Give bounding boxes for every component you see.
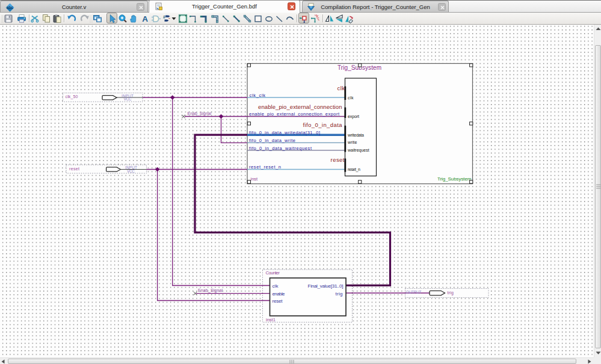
svg-text:Enab_Signal: Enab_Signal xyxy=(198,288,223,293)
svg-text:Final_value[31..0]: Final_value[31..0] xyxy=(308,283,344,289)
svg-text:trig: trig xyxy=(336,291,343,297)
svg-text:Trig_Subsystem: Trig_Subsystem xyxy=(437,176,472,182)
svg-text:fifo_0_in_data_writedata[31..0: fifo_0_in_data_writedata[31..0] xyxy=(249,130,320,135)
svg-text:D: D xyxy=(164,15,166,19)
svg-text:waitrequest: waitrequest xyxy=(347,148,369,153)
svg-text:clk_clk: clk_clk xyxy=(250,93,266,98)
svg-text:fifo_0_in_data: fifo_0_in_data xyxy=(303,122,343,128)
svg-text:reset: reset xyxy=(273,298,283,304)
svg-text:inst: inst xyxy=(251,176,259,182)
svg-text:writedata: writedata xyxy=(347,133,364,137)
svg-text:export: export xyxy=(348,114,359,119)
svg-text:write: write xyxy=(347,140,357,144)
svg-text:clk: clk xyxy=(348,96,354,100)
svg-text:reset: reset xyxy=(331,156,345,163)
svg-text:VCC: VCC xyxy=(127,169,135,173)
svg-text:clk: clk xyxy=(273,283,279,289)
svg-text:enable: enable xyxy=(273,291,286,297)
svg-text:trig: trig xyxy=(448,291,454,295)
svg-text:Counter: Counter xyxy=(266,270,280,276)
svg-text:inst1: inst1 xyxy=(266,317,276,322)
svg-text:OUTPUT: OUTPUT xyxy=(406,290,422,294)
svg-text:enable_pio_external_connection: enable_pio_external_connection xyxy=(258,103,342,110)
svg-text:VCC: VCC xyxy=(124,97,132,101)
svg-text:A: A xyxy=(142,14,148,23)
svg-text:fifo_0_in_data_write: fifo_0_in_data_write xyxy=(249,138,295,143)
svg-text:clk: clk xyxy=(337,85,345,91)
svg-text:enable_pio_external_connection: enable_pio_external_connection_export xyxy=(249,111,340,117)
svg-text:reset_reset_n: reset_reset_n xyxy=(249,164,281,170)
svg-text:reset_n: reset_n xyxy=(348,167,360,172)
svg-text:Enab_Signal: Enab_Signal xyxy=(188,111,212,116)
svg-text:reset: reset xyxy=(69,167,79,171)
svg-text:fifo_0_in_data_waitrequest: fifo_0_in_data_waitrequest xyxy=(249,146,312,151)
svg-text:clk_50: clk_50 xyxy=(66,94,78,99)
